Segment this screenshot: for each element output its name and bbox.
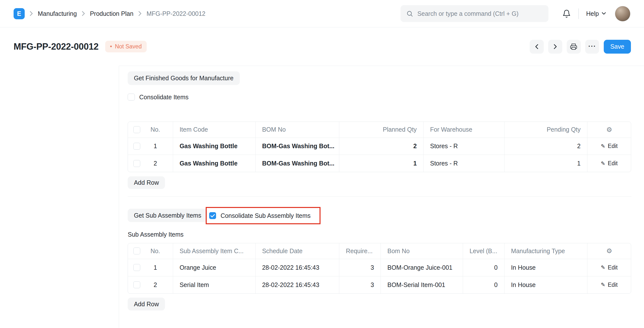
cell-planned-qty[interactable]: 2 — [339, 138, 423, 155]
cell-for-warehouse[interactable]: Stores - R — [423, 138, 504, 155]
help-menu[interactable]: Help — [586, 10, 606, 17]
get-finished-goods-button[interactable]: Get Finished Goods for Manufacture — [128, 72, 240, 85]
pencil-icon: ✎ — [601, 264, 605, 271]
column-planned-qty: Planned Qty — [339, 122, 423, 137]
row-checkbox[interactable] — [133, 160, 140, 167]
consolidate-sub-assembly-label: Consolidate Sub Assembly Items — [220, 212, 311, 219]
row-index: 2 — [140, 160, 172, 167]
divider — [578, 8, 579, 19]
user-avatar[interactable] — [615, 6, 630, 22]
column-bom-no: BOM No — [255, 122, 339, 137]
search-icon — [406, 10, 413, 17]
breadcrumb-item-current: MFG-PP-2022-00012 — [146, 10, 205, 17]
column-required-qty: Require... — [339, 243, 380, 259]
grid-settings-icon[interactable]: ⚙ — [606, 248, 612, 254]
breadcrumb: E Manufacturing Production Plan MFG-PP-2… — [14, 8, 206, 19]
breadcrumb-item-production-plan[interactable]: Production Plan — [90, 10, 133, 17]
cell-planned-qty[interactable]: 1 — [339, 155, 423, 172]
content: Get Finished Goods for Manufacture Conso… — [0, 66, 644, 328]
consolidate-items-field: Consolidate Items — [128, 94, 631, 101]
column-no: No. — [140, 126, 172, 133]
cell-for-warehouse[interactable]: Stores - R — [423, 155, 504, 172]
cell-schedule-date[interactable]: 28-02-2022 16:45:43 — [255, 259, 339, 276]
chevron-down-icon — [602, 12, 606, 15]
table-row[interactable]: 1 Orange Juice 28-02-2022 16:45:43 3 BOM… — [128, 259, 631, 276]
table-header-row: No. Sub Assembly Item C... Schedule Date… — [128, 243, 631, 259]
row-checkbox[interactable] — [133, 143, 140, 150]
global-search[interactable] — [400, 5, 548, 22]
cell-schedule-date[interactable]: 28-02-2022 16:45:43 — [255, 276, 339, 294]
prev-record-button[interactable] — [530, 40, 544, 54]
save-button[interactable]: Save — [604, 40, 631, 54]
column-item-code: Item Code — [173, 122, 255, 137]
chevron-right-icon — [82, 11, 85, 16]
cell-item-code[interactable]: Gas Washing Bottle — [173, 138, 255, 155]
status-label: Not Saved — [115, 43, 142, 50]
consolidate-sub-assembly-checkbox[interactable] — [209, 212, 216, 219]
add-row-button[interactable]: Add Row — [128, 176, 165, 189]
row-checkbox[interactable] — [133, 281, 140, 288]
row-edit-button[interactable]: ✎ Edit — [601, 282, 618, 288]
form-sidebar — [0, 66, 119, 328]
cell-level[interactable]: 0 — [463, 276, 504, 294]
cell-bom-no[interactable]: BOM-Serial Item-001 — [380, 276, 463, 294]
row-edit-button[interactable]: ✎ Edit — [601, 160, 618, 167]
help-label: Help — [586, 10, 599, 17]
cell-manufacturing-type[interactable]: In House — [504, 276, 587, 294]
row-edit-button[interactable]: ✎ Edit — [601, 143, 618, 150]
print-button[interactable] — [567, 40, 581, 54]
cell-item-code[interactable]: Gas Washing Bottle — [173, 155, 255, 172]
breadcrumb-item-manufacturing[interactable]: Manufacturing — [38, 10, 77, 17]
form-main: Get Finished Goods for Manufacture Conso… — [119, 66, 644, 328]
cell-bom-no[interactable]: BOM-Gas Washing Bot... — [255, 155, 339, 172]
column-for-warehouse: For Warehouse — [423, 122, 504, 137]
cell-bom-no[interactable]: BOM-Orange Juice-001 — [380, 259, 463, 276]
chevron-right-icon — [30, 11, 33, 16]
table-row[interactable]: 2 Gas Washing Bottle BOM-Gas Washing Bot… — [128, 154, 631, 172]
notifications-bell-icon[interactable] — [562, 10, 571, 18]
column-schedule-date: Schedule Date — [255, 243, 339, 259]
row-index: 1 — [140, 142, 172, 150]
next-record-button[interactable] — [548, 40, 562, 54]
row-checkbox[interactable] — [133, 264, 140, 271]
table-header-row: No. Item Code BOM No Planned Qty For War… — [128, 122, 631, 137]
consolidate-items-label: Consolidate Items — [139, 94, 189, 101]
sub-assembly-table: No. Sub Assembly Item C... Schedule Date… — [128, 243, 631, 294]
select-all-checkbox[interactable] — [133, 248, 140, 254]
cell-pending-qty[interactable]: 2 — [504, 138, 587, 155]
app-logo[interactable]: E — [14, 8, 25, 19]
table-row[interactable]: 1 Gas Washing Bottle BOM-Gas Washing Bot… — [128, 138, 631, 155]
table-row[interactable]: 2 Serial Item 28-02-2022 16:45:43 3 BOM-… — [128, 276, 631, 294]
cell-bom-no[interactable]: BOM-Gas Washing Bot... — [255, 138, 339, 155]
pencil-icon: ✎ — [601, 160, 605, 167]
finished-goods-table: No. Item Code BOM No Planned Qty For War… — [128, 122, 631, 172]
cell-manufacturing-type[interactable]: In House — [504, 259, 587, 276]
column-level: Level (B... — [463, 243, 504, 259]
red-highlight-annotation: Consolidate Sub Assembly Items — [206, 207, 321, 224]
column-manufacturing-type: Manufacturing Type — [504, 243, 587, 259]
add-row-button[interactable]: Add Row — [128, 298, 165, 310]
select-all-checkbox[interactable] — [133, 126, 140, 133]
status-badge: • Not Saved — [105, 41, 147, 52]
get-sub-assembly-items-button[interactable]: Get Sub Assembly Items — [128, 209, 208, 222]
row-edit-button[interactable]: ✎ Edit — [601, 264, 618, 271]
sub-assembly-section: Get Sub Assembly Items Consolidate Sub A… — [128, 196, 631, 316]
cell-required-qty[interactable]: 3 — [339, 259, 380, 276]
cell-level[interactable]: 0 — [463, 259, 504, 276]
sub-assembly-items-label: Sub Assembly Items — [128, 231, 631, 238]
finished-goods-section: Get Finished Goods for Manufacture Conso… — [128, 66, 631, 196]
cell-pending-qty[interactable]: 1 — [504, 155, 587, 172]
navbar: E Manufacturing Production Plan MFG-PP-2… — [0, 0, 644, 28]
cell-sub-assembly-item-code[interactable]: Serial Item — [173, 276, 255, 294]
grid-settings-icon[interactable]: ⚙ — [606, 126, 612, 133]
cell-sub-assembly-item-code[interactable]: Orange Juice — [173, 259, 255, 276]
row-index: 1 — [140, 264, 172, 271]
chevron-right-icon — [138, 11, 142, 16]
status-dot: • — [110, 43, 112, 50]
menu-button[interactable]: ··· — [585, 40, 599, 54]
consolidate-items-checkbox[interactable] — [128, 94, 134, 100]
pencil-icon: ✎ — [601, 282, 605, 288]
cell-required-qty[interactable]: 3 — [339, 276, 380, 294]
consolidate-sub-assembly-field: Consolidate Sub Assembly Items — [209, 212, 311, 219]
search-input[interactable] — [417, 10, 542, 17]
